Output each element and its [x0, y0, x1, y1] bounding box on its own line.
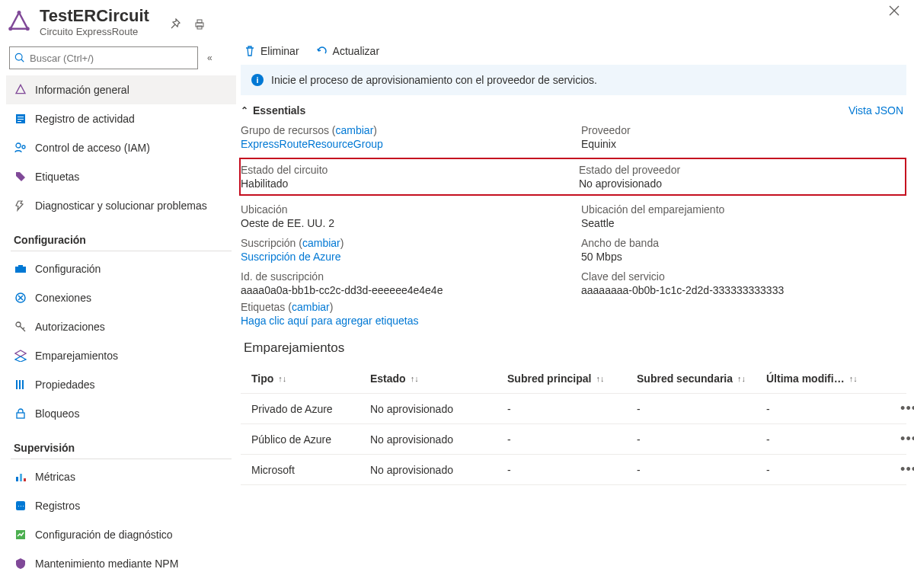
page-subtitle: Circuito ExpressRoute [40, 26, 149, 37]
svg-rect-8 [18, 117, 24, 117]
info-icon: i [251, 74, 264, 86]
bandwidth-label: Ancho de banda [581, 237, 906, 249]
svg-rect-20 [17, 413, 24, 418]
svg-text:⋯: ⋯ [18, 503, 24, 510]
location-label: Ubicación [241, 203, 566, 216]
svg-rect-23 [24, 478, 26, 481]
diagnose-icon [14, 199, 27, 213]
sidebar-item-auth[interactable]: Autorizaciones [6, 312, 236, 341]
activity-log-icon [14, 112, 27, 126]
sidebar-item-diag-settings[interactable]: Configuración de diagnóstico [6, 520, 236, 549]
trash-icon [244, 45, 256, 57]
service-key-value: aaaaaaaa-0b0b-1c1c-2d2d-333333333333 [581, 284, 906, 296]
search-icon [14, 53, 25, 63]
peering-location-value: Seattle [581, 217, 906, 229]
sidebar-item-properties[interactable]: Propiedades [6, 370, 236, 399]
collapse-sidebar-button[interactable]: « [204, 50, 216, 66]
col-lastmod[interactable]: Última modifi…↑↓ [766, 372, 896, 385]
sidebar-item-metrics[interactable]: Métricas [6, 462, 236, 491]
change-sub-link[interactable]: cambiar [302, 237, 340, 249]
sidebar-item-locks[interactable]: Bloqueos [6, 399, 236, 428]
cell-lastmod: - [766, 403, 896, 415]
peerings-section-title: Emparejamientos [241, 327, 906, 363]
table-row[interactable]: Privado de Azure No aprovisionado - - - … [241, 394, 906, 424]
sidebar-section-config: Configuración [6, 220, 236, 249]
provider-status-label: Estado del proveedor [579, 164, 902, 176]
search-input[interactable] [30, 53, 193, 64]
close-button[interactable] [888, 5, 900, 17]
refresh-button[interactable]: Actualizar [316, 45, 379, 57]
resource-group-label: Grupo de recursos (cambiar) [241, 124, 566, 136]
sidebar-item-label: Información general [35, 84, 129, 96]
delete-button[interactable]: Eliminar [244, 45, 299, 57]
subscription-id-label: Id. de suscripción [241, 270, 566, 283]
sidebar-item-npm[interactable]: Mantenimiento mediante NPM [6, 549, 236, 578]
sidebar-item-logs[interactable]: ⋯ Registros [6, 491, 236, 520]
bandwidth-value: 50 Mbps [581, 251, 906, 263]
svg-rect-22 [20, 474, 22, 481]
sidebar-item-label: Conexiones [35, 292, 91, 304]
pin-button[interactable] [168, 17, 183, 32]
resource-group-value[interactable]: ExpressRouteResourceGroup [241, 138, 566, 150]
subscription-id-value: aaaa0a0a-bb1b-cc2c-dd3d-eeeeee4e4e4e [241, 284, 566, 296]
essentials-title: Essentials [253, 104, 305, 117]
sidebar-item-tags[interactable]: Etiquetas [6, 162, 236, 191]
sidebar-item-connections[interactable]: Conexiones [6, 283, 236, 312]
json-view-link[interactable]: Vista JSON [848, 104, 903, 117]
divider [11, 251, 232, 251]
col-secondary[interactable]: Subred secundaria↑↓ [637, 372, 766, 385]
cell-lastmod: - [766, 464, 896, 476]
sidebar-item-activity-log[interactable]: Registro de actividad [6, 104, 236, 133]
sidebar-item-label: Métricas [35, 471, 75, 483]
col-primary[interactable]: Subred principal↑↓ [507, 372, 637, 385]
cell-type: Privado de Azure [241, 403, 370, 415]
npm-icon [14, 557, 27, 570]
add-tags-link[interactable]: Haga clic aquí para agregar etiquetas [241, 315, 906, 327]
cell-secondary: - [637, 464, 766, 476]
row-more-button[interactable]: ••• [896, 462, 914, 478]
sidebar-item-diagnose[interactable]: Diagnosticar y solucionar problemas [6, 191, 236, 220]
svg-point-2 [8, 27, 12, 30]
svg-point-12 [22, 145, 25, 149]
config-icon [14, 262, 27, 276]
sidebar-item-peerings[interactable]: Emparejamientos [6, 341, 236, 370]
search-input-wrap[interactable] [9, 46, 198, 69]
svg-rect-21 [16, 477, 18, 481]
sidebar-item-iam[interactable]: Control de acceso (IAM) [6, 133, 236, 162]
refresh-icon [316, 45, 328, 57]
svg-rect-14 [18, 265, 23, 267]
sort-icon: ↑↓ [849, 374, 858, 383]
svg-rect-4 [197, 20, 202, 23]
sort-icon: ↑↓ [596, 374, 604, 383]
col-status[interactable]: Estado↑↓ [370, 372, 507, 385]
sidebar-item-label: Bloqueos [35, 407, 79, 420]
svg-point-0 [18, 11, 21, 14]
sort-icon: ↑↓ [737, 374, 746, 383]
sidebar-item-label: Diagnosticar y solucionar problemas [35, 200, 207, 212]
cell-secondary: - [637, 403, 766, 415]
peerings-table: Tipo↑↓ Estado↑↓ Subred principal↑↓ Subre… [241, 363, 906, 485]
sidebar-item-label: Control de acceso (IAM) [35, 142, 150, 154]
svg-rect-18 [19, 380, 21, 389]
tags-label: Etiquetas (cambiar) [241, 301, 906, 313]
row-more-button[interactable]: ••• [896, 401, 914, 417]
subscription-value[interactable]: Suscripción de Azure [241, 251, 566, 263]
sidebar-item-label: Mantenimiento mediante NPM [35, 558, 178, 570]
col-type[interactable]: Tipo↑↓ [241, 372, 370, 385]
svg-point-11 [16, 143, 21, 148]
table-row[interactable]: Público de Azure No aprovisionado - - - … [241, 424, 906, 455]
essentials-collapse-toggle[interactable]: ⌃ [241, 105, 248, 116]
provider-value: Equinix [581, 138, 906, 150]
sidebar-item-config[interactable]: Configuración [6, 254, 236, 283]
change-tags-link[interactable]: cambiar [292, 301, 330, 313]
print-button[interactable] [192, 17, 207, 32]
table-row[interactable]: Microsoft No aprovisionado - - - ••• [241, 455, 906, 485]
change-rg-link[interactable]: cambiar [336, 124, 374, 136]
sidebar-section-monitor: Supervisión [6, 428, 236, 457]
circuit-status-label: Estado del circuito [241, 164, 564, 176]
cell-type: Público de Azure [241, 433, 370, 446]
svg-point-1 [26, 27, 30, 30]
sidebar-item-overview[interactable]: Información general [6, 75, 236, 104]
row-more-button[interactable]: ••• [896, 431, 914, 447]
banner-text: Inicie el proceso de aprovisionamiento c… [271, 74, 597, 86]
